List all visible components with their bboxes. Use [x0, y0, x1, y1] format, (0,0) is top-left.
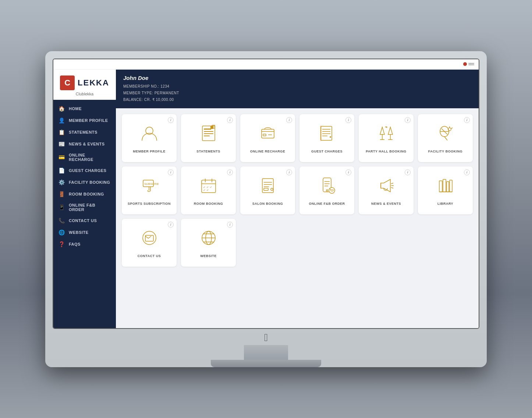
sidebar-item-member-profile[interactable]: 👤 MEMBER PROFILE — [53, 115, 116, 126]
news-events-card-icon — [377, 176, 396, 198]
sidebar-item-home[interactable]: 🏠 HOME — [53, 103, 116, 115]
sports-subscription-card[interactable]: i SUBSCRIBE — [122, 166, 177, 214]
online-recharge-card-label: ONLINE RECHARGE — [250, 150, 285, 153]
salon-booking-card[interactable]: i — [240, 166, 295, 214]
sidebar-item-news-events[interactable]: 📰 NEWS & EVENTS — [53, 138, 116, 150]
info-icon-11[interactable]: i — [405, 169, 411, 175]
info-icon-6[interactable]: i — [464, 117, 470, 123]
member-profile-card[interactable]: i MEMBER PROFILE — [122, 114, 177, 162]
guest-charges-icon: 📄 — [58, 168, 65, 173]
svg-rect-54 — [447, 182, 449, 192]
svg-rect-10 — [321, 126, 332, 140]
sidebar-label-guest-charges: GUEST CHARGES — [69, 168, 106, 173]
library-card[interactable]: i — [418, 166, 473, 214]
menu-lines[interactable] — [468, 63, 474, 65]
info-icon-14[interactable]: i — [227, 222, 233, 228]
room-booking-card-label: ROOM BOOKING — [194, 202, 223, 206]
info-icon-5[interactable]: i — [405, 117, 411, 123]
info-icon-3[interactable]: i — [286, 117, 292, 123]
svg-rect-2 — [204, 129, 211, 130]
sidebar-label-statements: STATEMENTS — [69, 130, 97, 134]
sidebar-item-contact-us[interactable]: 📞 CONTACT US — [53, 215, 116, 226]
svg-rect-8 — [262, 129, 274, 138]
facility-booking-card[interactable]: i — [418, 114, 473, 162]
info-icon-9[interactable]: i — [286, 169, 292, 175]
room-booking-card[interactable]: i ✓ ✓ ✓ ✓ ✓ — [181, 166, 236, 214]
svg-rect-3 — [204, 131, 213, 132]
apple-logo:  — [264, 329, 268, 345]
contact-us-card-icon — [140, 229, 159, 250]
sidebar-label-home: HOME — [69, 106, 82, 111]
info-icon-13[interactable]: i — [168, 222, 174, 228]
info-icon-12[interactable]: i — [464, 169, 470, 175]
salon-booking-card-icon — [259, 176, 277, 198]
room-booking-card-icon: ✓ ✓ ✓ ✓ ✓ — [199, 176, 218, 198]
online-recharge-card[interactable]: i — [240, 114, 295, 162]
sidebar: C LEKKA Clublekka 🏠 HOME 👤 — [53, 70, 116, 328]
party-hall-card-label: PARTY HALL BOOKING — [366, 150, 407, 153]
svg-point-42 — [271, 188, 273, 190]
sidebar-item-statements[interactable]: 📋 STATEMENTS — [53, 126, 116, 138]
contact-us-card[interactable]: i CONTACT US — [122, 219, 177, 267]
member-type: MEMBER TYPE: PERMANENT — [123, 90, 471, 96]
statements-card-label: STATEMENTS — [196, 150, 220, 153]
svg-text:✓ ✓: ✓ ✓ — [203, 189, 209, 192]
sidebar-label-facility-booking: FACILITY BOOKING — [69, 180, 110, 185]
online-fb-icon: 📱 — [58, 204, 65, 210]
party-hall-card[interactable]: i — [359, 114, 414, 162]
info-icon-4[interactable]: i — [345, 117, 351, 123]
grid-row-3: i CONTACT US — [122, 219, 473, 267]
notification-dot — [463, 62, 467, 66]
member-profile-icon: 👤 — [58, 117, 65, 123]
sidebar-item-facility-booking[interactable]: ⚙️ FACILITY BOOKING — [53, 176, 116, 188]
member-name: John Doe — [123, 75, 471, 81]
brand-name: LEKKA — [78, 78, 109, 88]
news-events-card-label: NEWS & EVENTS — [371, 202, 401, 206]
svg-rect-55 — [450, 180, 452, 192]
library-card-icon — [436, 176, 455, 198]
svg-rect-53 — [443, 179, 446, 192]
salon-booking-card-label: SALON BOOKING — [252, 202, 283, 206]
guest-charges-card[interactable]: i — [299, 114, 354, 162]
svg-point-48 — [329, 187, 335, 193]
empty-cell-1 — [240, 219, 295, 267]
monitor-neck — [244, 345, 288, 360]
sidebar-item-online-fb-order[interactable]: 📱 ONLINE F&B ORDER — [53, 200, 116, 215]
grid-row-2: i SUBSCRIBE — [122, 166, 473, 214]
sidebar-item-website[interactable]: 🌐 WEBSITE — [53, 226, 116, 238]
info-icon-1[interactable]: i — [168, 117, 174, 123]
statements-card[interactable]: i — [181, 114, 236, 162]
sidebar-label-online-recharge: ONLINE RECHARGE — [69, 153, 111, 162]
sidebar-item-room-booking[interactable]: 🚪 ROOM BOOKING — [53, 188, 116, 200]
online-fb-order-card[interactable]: i — [299, 166, 354, 214]
member-profile-card-icon — [140, 124, 159, 146]
sidebar-label-website: WEBSITE — [69, 230, 89, 235]
sidebar-label-room-booking: ROOM BOOKING — [69, 192, 104, 196]
statements-card-icon — [199, 124, 218, 146]
sidebar-item-guest-charges[interactable]: 📄 GUEST CHARGES — [53, 165, 116, 176]
guest-charges-card-icon — [318, 124, 336, 146]
member-profile-card-label: MEMBER PROFILE — [133, 150, 166, 153]
info-icon-10[interactable]: i — [345, 169, 351, 175]
news-events-card[interactable]: i — [359, 166, 414, 214]
website-card-label: WEBSITE — [200, 254, 217, 258]
grid-container: i MEMBER PROFILE i — [116, 108, 479, 277]
empty-cell-2 — [299, 219, 354, 267]
home-icon: 🏠 — [58, 106, 65, 112]
sidebar-item-online-recharge[interactable]: 💳 ONLINE RECHARGE — [53, 150, 116, 165]
membership-number: MEMBERSHIP NO.: 1234 — [123, 83, 471, 90]
website-card[interactable]: i WEBSI — [181, 219, 236, 267]
info-icon-8[interactable]: i — [227, 169, 233, 175]
monitor-base:  — [53, 329, 479, 367]
top-bar — [53, 59, 479, 70]
logo-area: C LEKKA Clublekka — [53, 70, 116, 100]
svg-line-51 — [391, 187, 393, 188]
sidebar-item-faqs[interactable]: ❓ FAQS — [53, 238, 116, 250]
contact-us-icon: 📞 — [58, 218, 65, 224]
logo-icon: C — [60, 75, 75, 90]
info-icon-7[interactable]: i — [168, 169, 174, 175]
statements-icon: 📋 — [58, 129, 65, 135]
sports-subscription-card-icon: SUBSCRIBE — [140, 176, 159, 198]
info-icon-2[interactable]: i — [227, 117, 233, 123]
empty-cell-3 — [359, 219, 414, 267]
